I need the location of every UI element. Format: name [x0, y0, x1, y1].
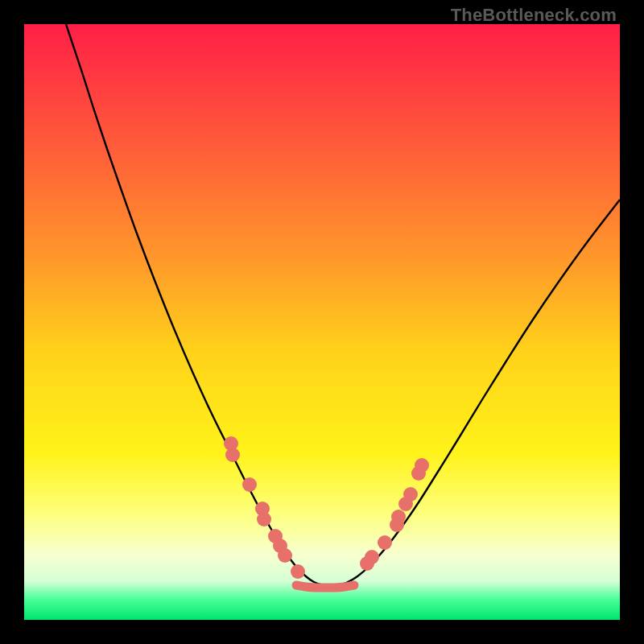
marker-dot	[365, 550, 379, 564]
marker-dot	[278, 548, 292, 563]
plot-area	[24, 24, 620, 620]
series-compatibility-band	[296, 585, 354, 588]
marker-dot	[225, 448, 240, 462]
marker-dot	[257, 512, 271, 526]
chart-svg	[24, 24, 620, 620]
marker-dot	[391, 510, 406, 524]
marker-dot	[403, 487, 418, 502]
marker-dot	[242, 477, 257, 492]
chart-stage: TheBottleneck.com	[0, 0, 644, 644]
marker-dot	[291, 564, 305, 579]
marker-dot	[378, 535, 392, 550]
watermark-label: TheBottleneck.com	[451, 5, 617, 26]
marker-dot	[415, 458, 429, 473]
